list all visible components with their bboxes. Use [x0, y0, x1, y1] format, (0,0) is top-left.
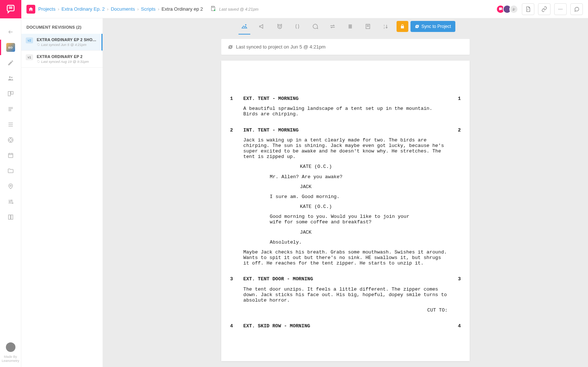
rail-folder[interactable]: [0, 163, 21, 179]
breadcrumb-current: Extra Ordinary ep 2: [162, 6, 203, 12]
action-block: Maybe Jack checks his breath. Grabs some…: [243, 249, 448, 266]
character-cue: KATE (O.C.): [243, 204, 448, 209]
dialogue-line: Mr. Allen? Are you awake?: [243, 174, 448, 180]
svg-point-19: [562, 9, 562, 10]
revision-title: EXTRA ORDINARY EP 2 SHOOTIN...: [37, 37, 97, 42]
sync-to-project-button[interactable]: Sync to Project: [410, 21, 456, 32]
breadcrumb-link[interactable]: Extra Ordinary Ep. 2: [61, 6, 105, 12]
scene: 3EXT. TENT DOOR - MORNING3The tent door …: [243, 276, 448, 313]
link-button[interactable]: [538, 3, 551, 15]
tool-reorder-icon[interactable]: 12: [377, 20, 394, 33]
transition: CUT TO:: [243, 307, 448, 313]
rail-people[interactable]: [0, 71, 21, 86]
action-block: A beautiful sprawling landscape of a ten…: [243, 106, 448, 117]
tool-scenery-icon[interactable]: [236, 20, 253, 33]
tool-announce-icon[interactable]: [253, 20, 271, 33]
more-button[interactable]: [554, 3, 567, 15]
svg-point-14: [214, 10, 215, 11]
svg-point-11: [11, 200, 12, 201]
svg-point-13: [12, 203, 13, 204]
tool-note-icon[interactable]: [359, 20, 377, 33]
rail-reel[interactable]: [0, 132, 21, 148]
rail-docs[interactable]: [0, 209, 21, 225]
svg-point-17: [559, 9, 559, 10]
action-block: The tent door unzips. It feels a little …: [243, 287, 448, 303]
avatar-add[interactable]: [509, 5, 518, 14]
revision-item[interactable]: v1EXTRA ORDINARY EP 2Last synced Aug 19 …: [21, 51, 103, 68]
rail-sliders[interactable]: [0, 194, 21, 209]
svg-point-6: [11, 140, 12, 140]
save-status: Last saved @ 4:21pm: [219, 7, 258, 11]
action-block: Jack is waking up in a tent clearly made…: [243, 137, 448, 160]
tool-transition-icon[interactable]: [324, 20, 341, 33]
rail-boards[interactable]: [0, 86, 21, 101]
toolstrip: 12 Sync to Project: [103, 18, 588, 33]
svg-point-10: [10, 185, 11, 187]
svg-text:1: 1: [383, 24, 385, 26]
rail-strips[interactable]: [0, 101, 21, 117]
left-rail: EO Made By Leanometry: [0, 0, 21, 367]
svg-point-1: [11, 77, 12, 78]
rail-calendar[interactable]: [0, 148, 21, 163]
export-pdf-button[interactable]: A: [522, 3, 534, 15]
character-cue: JACK: [243, 184, 448, 190]
character-cue: JACK: [243, 230, 448, 235]
revision-meta: Last synced Jun 5 @ 4:21pm: [37, 43, 97, 47]
scene: 2INT. TENT - MORNING2Jack is waking up i…: [243, 127, 448, 266]
scene-heading: 4EXT. SKID ROW - MORNING4: [243, 323, 448, 329]
svg-text:2: 2: [383, 27, 385, 29]
breadcrumb: Projects›Extra Ordinary Ep. 2›Documents›…: [38, 6, 203, 12]
last-synced-bar: Last synced to project on Jun 5 @ 4:21pm: [221, 39, 470, 55]
rail-user-avatar[interactable]: [6, 342, 15, 352]
collaborator-avatars[interactable]: [498, 5, 518, 14]
tool-lines-icon[interactable]: [341, 20, 359, 33]
breadcrumb-link[interactable]: Scripts: [141, 6, 156, 12]
svg-text:A: A: [527, 9, 529, 11]
tool-parenthetical-icon[interactable]: [288, 20, 306, 33]
chevron-right-icon: ›: [158, 6, 159, 12]
tool-mask-icon[interactable]: [271, 20, 288, 33]
svg-point-22: [280, 26, 281, 26]
revision-item[interactable]: v2EXTRA ORDINARY EP 2 SHOOTIN...Last syn…: [21, 34, 103, 51]
rail-location[interactable]: [0, 179, 21, 194]
breadcrumb-link[interactable]: Documents: [111, 6, 135, 12]
revision-meta: Last synced Aug 19 @ 9:31pm: [37, 60, 98, 64]
chat-button[interactable]: [570, 3, 583, 15]
revision-badge: v1: [26, 54, 33, 60]
svg-point-12: [9, 201, 10, 202]
svg-rect-3: [11, 91, 13, 94]
revisions-panel: DOCUMENT REVISIONS (2) v2EXTRA ORDINARY …: [21, 18, 103, 367]
tool-dialogue-icon[interactable]: [306, 20, 324, 33]
scene-heading: 3EXT. TENT DOOR - MORNING3: [243, 276, 448, 282]
svg-point-18: [560, 9, 561, 10]
app-logo[interactable]: [0, 0, 21, 18]
rail-project-thumb[interactable]: EO: [0, 40, 21, 55]
dialogue-line: Good morning to you. Would you like to j…: [243, 214, 448, 225]
rail-list[interactable]: [0, 117, 21, 132]
chevron-right-icon: ›: [58, 6, 59, 12]
chevron-right-icon: ›: [137, 6, 139, 12]
scene: 1EXT. TENT - MORNING1A beautiful sprawli…: [243, 96, 448, 117]
rail-edit[interactable]: [0, 55, 21, 71]
revisions-header: DOCUMENT REVISIONS (2): [21, 18, 103, 34]
rail-back[interactable]: [0, 24, 21, 40]
svg-rect-9: [8, 154, 13, 158]
dialogue-line: I sure am. Good morning.: [243, 194, 448, 199]
save-icon: [210, 6, 216, 12]
breadcrumb-link[interactable]: Projects: [38, 6, 55, 12]
rail-credit: Made By Leanometry: [2, 355, 19, 363]
svg-point-8: [9, 140, 10, 140]
svg-rect-2: [8, 91, 10, 96]
home-button[interactable]: [26, 5, 35, 14]
script-page[interactable]: 1EXT. TENT - MORNING1A beautiful sprawli…: [221, 61, 470, 361]
chevron-right-icon: ›: [107, 6, 108, 12]
svg-point-21: [279, 26, 279, 26]
top-header: Projects›Extra Ordinary Ep. 2›Documents›…: [21, 0, 588, 18]
lock-button[interactable]: [397, 21, 408, 32]
scene: 4EXT. SKID ROW - MORNING4: [243, 323, 448, 329]
svg-point-5: [10, 138, 11, 139]
svg-point-15: [513, 8, 514, 9]
svg-point-0: [9, 76, 11, 78]
svg-point-20: [245, 24, 246, 25]
dialogue-line: Absolutely.: [243, 240, 448, 245]
